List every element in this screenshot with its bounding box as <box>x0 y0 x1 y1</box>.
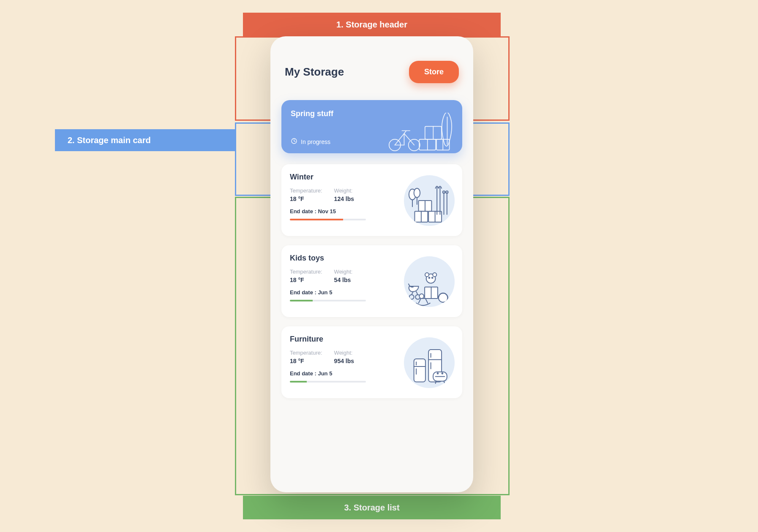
storage-header: My Storage Store <box>281 48 462 100</box>
temperature-label: Temperature: <box>290 350 322 356</box>
progress-bar <box>290 381 366 383</box>
svg-rect-37 <box>414 359 425 382</box>
ski-boxes-icon <box>404 175 455 226</box>
temperature-value: 18 °F <box>290 277 304 283</box>
phone-frame: My Storage Store Spring stuff In progres… <box>270 36 473 492</box>
svg-point-31 <box>419 294 424 299</box>
progress-fill <box>290 381 307 383</box>
progress-bar <box>290 219 366 220</box>
furniture-fridge-sofa-icon <box>404 337 455 388</box>
progress-fill <box>290 300 313 301</box>
storage-item-winter[interactable]: Winter Temperature: 18 °F Weight: 124 lb… <box>281 164 462 236</box>
annotation-storage-header: 1. Storage header <box>243 13 501 36</box>
weight-value: 954 lbs <box>334 358 354 364</box>
storage-main-card[interactable]: Spring stuff In progress <box>281 100 462 153</box>
main-card-status: In progress <box>291 138 330 146</box>
toys-stroller-icon <box>404 256 455 307</box>
annotation-storage-list: 3. Storage list <box>243 496 501 519</box>
store-button[interactable]: Store <box>409 61 459 83</box>
storage-list: Winter Temperature: 18 °F Weight: 124 lb… <box>281 164 462 398</box>
weight-value: 124 lbs <box>334 195 354 202</box>
temperature-value: 18 °F <box>290 358 304 364</box>
main-card-status-text: In progress <box>301 138 330 145</box>
svg-point-20 <box>414 188 420 198</box>
annotation-storage-main-card: 2. Storage main card <box>55 129 235 151</box>
progress-fill <box>290 219 343 220</box>
svg-point-26 <box>433 273 436 277</box>
svg-point-29 <box>409 295 414 299</box>
storage-item-furniture[interactable]: Furniture Temperature: 18 °F Weight: 954… <box>281 326 462 398</box>
temperature-value: 18 °F <box>290 195 304 202</box>
progress-bar <box>290 300 366 301</box>
weight-value: 54 lbs <box>334 277 351 283</box>
page-title: My Storage <box>285 65 344 79</box>
svg-point-17 <box>446 191 448 193</box>
storage-item-kids-toys[interactable]: Kids toys Temperature: 18 °F Weight: 54 … <box>281 245 462 317</box>
svg-point-16 <box>443 191 445 193</box>
progress-icon <box>291 138 297 146</box>
temperature-label: Temperature: <box>290 269 322 275</box>
weight-label: Weight: <box>334 269 353 275</box>
weight-label: Weight: <box>334 187 354 194</box>
svg-point-25 <box>425 273 429 277</box>
bike-boxes-surf-icon <box>386 113 458 151</box>
weight-label: Weight: <box>334 350 354 356</box>
temperature-label: Temperature: <box>290 187 322 194</box>
